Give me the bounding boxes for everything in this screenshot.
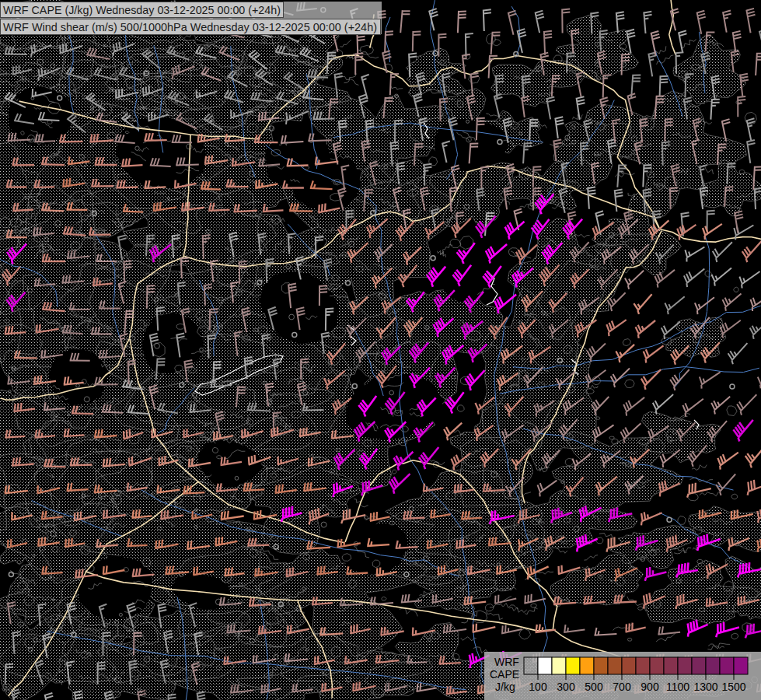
svg-text:WRF Wind shear (m/s) 500/1000h: WRF Wind shear (m/s) 500/1000hPa Wednesd… bbox=[3, 21, 377, 33]
svg-text:WRF: WRF bbox=[494, 656, 519, 668]
svg-text:1300: 1300 bbox=[693, 681, 717, 693]
svg-text:1500: 1500 bbox=[721, 681, 745, 693]
svg-text:1100: 1100 bbox=[666, 681, 689, 693]
svg-text:WRF CAPE (J/kg) Wednesday 03-1: WRF CAPE (J/kg) Wednesday 03-12-2025 00:… bbox=[3, 4, 281, 16]
svg-text:J/kg: J/kg bbox=[495, 681, 515, 693]
svg-text:300: 300 bbox=[557, 681, 575, 693]
svg-text:900: 900 bbox=[641, 681, 659, 693]
svg-text:CAPE: CAPE bbox=[490, 668, 519, 681]
svg-text:100: 100 bbox=[529, 681, 547, 693]
svg-text:700: 700 bbox=[613, 681, 631, 693]
svg-text:500: 500 bbox=[585, 681, 603, 693]
